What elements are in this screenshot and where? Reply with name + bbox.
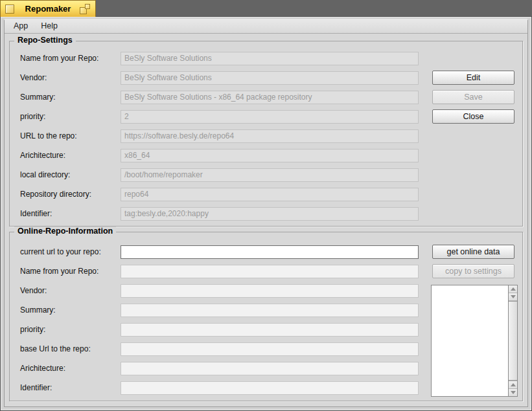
online-summary-field xyxy=(121,304,419,317)
get-online-data-button[interactable]: get online data xyxy=(432,245,515,259)
summary-label: Summary: xyxy=(20,91,56,104)
repo-settings-group: Repo-Settings Name from your Repo: BeSly… xyxy=(9,41,523,227)
priority-label: priority: xyxy=(20,110,45,124)
base-url-field xyxy=(121,342,419,356)
save-button: Save xyxy=(432,90,515,104)
edit-button[interactable]: Edit xyxy=(432,71,515,85)
name-field: BeSly Software Solutions xyxy=(121,52,419,65)
url-field: https://software.besly.de/repo64 xyxy=(121,129,419,143)
scroll-up-icon-bottom[interactable] xyxy=(509,381,517,388)
zoom-icon[interactable] xyxy=(80,4,90,14)
online-identifier-label: Identifier: xyxy=(20,381,52,395)
menu-app[interactable]: App xyxy=(7,19,34,33)
close-button[interactable]: Close xyxy=(432,109,515,124)
scrollbar-thumb[interactable] xyxy=(509,301,517,381)
name-label: Name from your Repo: xyxy=(20,52,98,65)
vendor-label: Vendor: xyxy=(20,71,47,85)
local-directory-field: /boot/home/repomaker xyxy=(121,168,419,182)
online-repo-info-title: Online-Repo-Information xyxy=(14,227,116,236)
local-directory-label: local directory: xyxy=(20,168,70,182)
package-list[interactable] xyxy=(431,285,518,397)
menu-help[interactable]: Help xyxy=(34,19,64,33)
online-priority-label: priority: xyxy=(20,323,45,337)
zoom-square-back xyxy=(85,4,90,9)
identifier-field: tag:besly.de,2020:happy xyxy=(121,207,419,221)
online-priority-field xyxy=(121,323,419,337)
window-title-tab[interactable]: Repomaker xyxy=(0,0,96,17)
repository-directory-field: repo64 xyxy=(121,188,419,201)
online-repo-info-group: Online-Repo-Information current url to y… xyxy=(9,232,523,401)
screen: App Help Repomaker Repo-Settings Name fr… xyxy=(0,0,532,411)
package-list-area[interactable] xyxy=(432,285,508,396)
repository-directory-label: Repository directory: xyxy=(20,188,91,201)
vendor-field: BeSly Software Solutions xyxy=(121,71,419,85)
scroll-down-icon[interactable] xyxy=(509,293,517,301)
architecture-field: x86_64 xyxy=(121,149,419,162)
online-summary-label: Summary: xyxy=(20,304,56,317)
online-identifier-field xyxy=(121,381,419,395)
scroll-down-icon-bottom[interactable] xyxy=(509,388,517,396)
repo-settings-title: Repo-Settings xyxy=(14,36,76,45)
current-url-input[interactable] xyxy=(121,245,419,259)
vertical-scrollbar[interactable] xyxy=(508,285,517,396)
menu-bar: App Help xyxy=(5,19,527,34)
base-url-label: base Url to the repo: xyxy=(20,342,91,356)
online-architecture-label: Arichitecture: xyxy=(20,362,65,375)
online-name-field xyxy=(121,265,419,278)
scroll-up-icon[interactable] xyxy=(509,285,517,293)
url-label: URL to the repo: xyxy=(20,129,77,143)
online-architecture-field xyxy=(121,362,419,375)
current-url-label: current url to your repo: xyxy=(20,245,101,259)
architecture-label: Arichitecture: xyxy=(20,149,65,162)
identifier-label: Identifier: xyxy=(20,207,52,221)
online-vendor-field xyxy=(121,284,419,298)
priority-field: 2 xyxy=(121,110,419,124)
copy-to-settings-button: copy to settings xyxy=(432,264,515,278)
summary-field: BeSly Software Solutions - x86_64 packag… xyxy=(121,91,419,104)
online-vendor-label: Vendor: xyxy=(20,284,47,298)
online-name-label: Name from your Repo: xyxy=(20,265,98,278)
